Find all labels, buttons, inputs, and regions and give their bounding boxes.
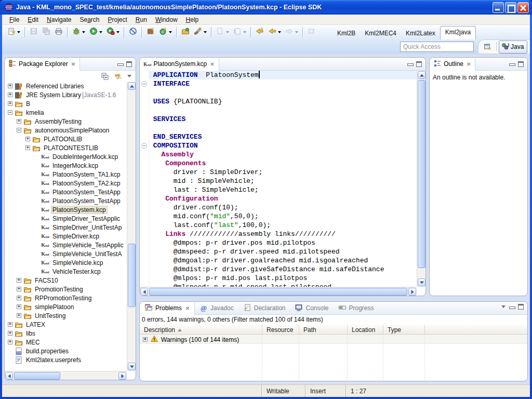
open-type-button[interactable]: [179, 26, 192, 38]
close-icon[interactable]: ✕: [70, 61, 75, 67]
code-line-2[interactable]: INTERFACE: [149, 79, 417, 88]
expand-icon[interactable]: +: [17, 119, 21, 124]
tree-item-kmelia[interactable]: −kmelia: [5, 108, 127, 117]
scroll-left-button[interactable]: [140, 288, 148, 296]
problems-row-warnings[interactable]: +Warnings (100 of 144 items): [140, 335, 527, 344]
menu-navigate[interactable]: Navigate: [43, 15, 75, 24]
column-header-location[interactable]: Location: [348, 325, 383, 334]
minimize-view-button[interactable]: [117, 61, 123, 66]
minimize-view-button[interactable]: [509, 304, 515, 310]
open-perspective-button[interactable]: [482, 41, 494, 52]
code-line-11[interactable]: Components: [149, 159, 417, 168]
window-maximize-button[interactable]: [505, 2, 516, 13]
scroll-right-button[interactable]: [408, 288, 416, 296]
menu-search[interactable]: Search: [75, 15, 103, 24]
code-line-6[interactable]: SERVICES: [149, 115, 417, 124]
expand-icon[interactable]: +: [143, 337, 148, 342]
column-header-description[interactable]: Description: [140, 325, 262, 334]
code-line-20[interactable]: @dmpos: p-r driver.pos mid.pilotpos: [149, 238, 417, 247]
scroll-thumb[interactable]: [14, 372, 60, 380]
code-line-22[interactable]: @dmgoal:p-r driver.goalreached mid.isgoa…: [149, 256, 417, 265]
tree-item-platoonsystem-testapp[interactable]: KmlPlatoonSystem_TestApp: [5, 196, 127, 205]
scroll-right-button[interactable]: [118, 372, 126, 380]
tree-item-rppromotiontesting[interactable]: +RPPromotionTesting: [5, 294, 127, 302]
outline-tab[interactable]: Outline ✕: [430, 58, 475, 71]
tree-item-simpledriver-testapplic[interactable]: KmlSimpleDriver_TestApplic: [5, 214, 127, 223]
expand-icon[interactable]: +: [25, 137, 30, 141]
scroll-up-button[interactable]: [128, 82, 136, 90]
back-to-last-edit-button[interactable]: [254, 26, 266, 38]
tree-item-platoonsystem-ta2-kcp[interactable]: KmlPlatoonSystem_TA2.kcp: [5, 179, 127, 188]
perspective-button-kml2latex[interactable]: Kml2Latex: [401, 28, 440, 39]
column-header-path[interactable]: Path: [299, 325, 348, 334]
code-line-4[interactable]: USES {PLATOONLIB}: [149, 97, 417, 106]
expand-icon[interactable]: +: [8, 340, 12, 344]
code-line-7[interactable]: [149, 124, 417, 132]
column-header-resource[interactable]: Resource: [262, 325, 299, 334]
editor-tab[interactable]: Kml PlatoonSystem.kcp ✕: [140, 58, 219, 71]
scroll-left-button[interactable]: [5, 372, 13, 380]
code-line-12[interactable]: driver : SimpleDriver;: [149, 168, 417, 177]
code-line-14[interactable]: last : SimpleVehicle;: [149, 185, 417, 194]
code-line-17[interactable]: mid.conf("mid",50,0);: [149, 212, 417, 221]
code-line-8[interactable]: END_SERVICES: [149, 132, 417, 141]
forward-button[interactable]: [283, 26, 296, 38]
code-line-19[interactable]: Links ////////////assembly links////////…: [149, 230, 417, 238]
java-search-button[interactable]: [192, 26, 204, 38]
view-menu-icon[interactable]: [501, 305, 506, 308]
tree-item-integermock-kcp[interactable]: KmlIntegerMock.kcp: [5, 161, 127, 170]
close-icon[interactable]: ✕: [466, 61, 471, 67]
package-explorer-tab[interactable]: Package Explorer ✕: [5, 58, 80, 71]
back-button[interactable]: [266, 26, 278, 38]
view-menu-icon[interactable]: [127, 75, 131, 77]
expand-icon[interactable]: +: [8, 92, 12, 97]
menu-edit[interactable]: Edit: [23, 15, 43, 24]
maximize-view-button[interactable]: [518, 61, 524, 67]
expand-icon[interactable]: +: [17, 287, 21, 291]
tree-horizontal-scrollbar[interactable]: [5, 371, 127, 380]
scroll-up-button[interactable]: [418, 71, 425, 79]
collapse-icon[interactable]: −: [8, 110, 12, 115]
tree-item-platoonsystem-testapp[interactable]: KmlPlatoonSystem_TestApp: [5, 188, 127, 196]
go-into-button[interactable]: [231, 26, 244, 38]
code-line-1[interactable]: APPLICATION PlatoonSystem: [149, 71, 417, 79]
tree-item-assemblytesting[interactable]: +AssemblyTesting: [5, 117, 127, 126]
expand-icon[interactable]: +: [8, 331, 12, 336]
collapse-icon[interactable]: −: [17, 128, 21, 132]
new-wizard-button[interactable]: [5, 26, 18, 38]
run-external-tools-button[interactable]: [104, 26, 117, 38]
close-icon[interactable]: ✕: [209, 61, 214, 67]
tree-item-kml2latex-userprefs[interactable]: Kml2latex.userprefs: [5, 355, 127, 364]
code-editor[interactable]: APPLICATION PlatoonSystem INTERFACE USES…: [149, 71, 417, 287]
tree-item-mec[interactable]: +MEC: [5, 338, 127, 347]
fold-collapse-icon[interactable]: [141, 81, 147, 87]
tree-item-platoonsystem-kcp[interactable]: KmlPlatoonSystem.kcp: [5, 205, 127, 214]
save-all-button[interactable]: [40, 26, 52, 38]
tree-item-simplevehicle-testapplic[interactable]: KmlSimpleVehicle_TestApplic: [5, 241, 127, 249]
close-icon[interactable]: ✕: [184, 305, 190, 311]
window-close-button[interactable]: [517, 2, 529, 13]
tree-item-platoonlib[interactable]: +PLATOONLIB: [5, 135, 127, 143]
quick-access-input[interactable]: [400, 42, 474, 52]
tree-item-build-properties[interactable]: 010build.properties: [5, 347, 127, 355]
scroll-down-button[interactable]: [418, 278, 425, 286]
tree-item-doubleintegermock-kcp[interactable]: KmlDoubleIntegerMock.kcp: [5, 152, 127, 161]
expand-icon[interactable]: +: [8, 84, 12, 88]
menu-run[interactable]: Run: [131, 15, 151, 24]
tree-item-libs[interactable]: +libs: [5, 329, 127, 338]
tree-item-referenced-libraries[interactable]: +Referenced Libraries: [5, 82, 127, 90]
code-line-18[interactable]: last.conf("last",100,0);: [149, 221, 417, 230]
menu-window[interactable]: Window: [151, 15, 182, 24]
fold-collapse-icon[interactable]: [141, 143, 147, 149]
last-edit-location-button[interactable]: [214, 26, 227, 38]
code-line-9[interactable]: COMPOSITION: [149, 141, 417, 150]
tree-item-jre-system-library[interactable]: +JRE System Library [JavaSE-1.6: [5, 90, 127, 99]
scroll-thumb[interactable]: [128, 244, 136, 308]
tree-item-unittesting[interactable]: +UnitTesting: [5, 311, 127, 320]
code-line-15[interactable]: Configuration: [149, 194, 417, 203]
scroll-thumb[interactable]: [418, 80, 425, 268]
menu-help[interactable]: Help: [182, 15, 203, 24]
tree-item-autonomoussimpleplatoon[interactable]: −autonomousSimplePlatoon: [5, 126, 127, 135]
tree-item-simplevehicle-unittesta[interactable]: KmlSimpleVehicle_UnitTestA: [5, 249, 127, 258]
tree-item-facs10[interactable]: +FACS10: [5, 276, 127, 285]
